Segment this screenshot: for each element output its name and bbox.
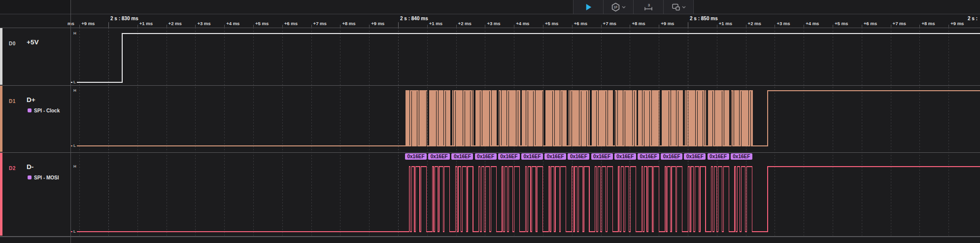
d1-waveform[interactable] [70,86,980,152]
logic-analyzer-window: 1F 3 2 s : 830 ms+1 ms+2 ms+3 ms+4 [0,0,980,243]
ruler-minor-label: +2 ms [458,21,472,26]
ruler-minor-label: +1 ms [429,21,442,26]
low-level-marker: L [72,229,77,234]
ruler-minor-label: +6 ms [864,21,877,26]
ruler-major-tick [688,22,688,28]
analyzer-swatch-icon [28,175,32,179]
play-icon [584,3,593,11]
top-bar-left-corner [0,0,70,14]
ruler-minor-label: +5 ms [835,21,848,26]
ruler-major-tick [398,22,399,28]
spi-decode-annotation[interactable]: 0x16EF [544,153,566,160]
analyzer-label[interactable]: SPI - MOSI [34,175,59,180]
high-level-marker: H [72,88,77,93]
measure-icon: 3 [643,2,653,12]
channel-id-d2: D2 [9,166,16,171]
ruler-minor-label: +3 ms [777,21,790,26]
ruler-major-label: 2 s : 830 ms [110,16,138,21]
plot-left-edge [70,0,71,243]
high-level-marker: H [72,164,77,169]
d0-trace [70,34,980,82]
ruler-right-partial-label: 2 s : [968,16,978,21]
ruler-minor-label: +7 ms [893,21,906,26]
ruler-minor-label: +7 ms [603,21,616,26]
spi-decode-annotation[interactable]: 0x16EF [568,153,589,160]
channel-name-d0[interactable]: +5V [27,38,38,46]
high-level-marker: H [72,31,77,35]
ruler-minor-label: +6 ms [574,21,587,26]
ruler-minor-label: +3 ms [197,21,210,26]
ruler-minor-label: +5 ms [545,21,558,26]
channel-name-d2[interactable]: D- [27,163,34,171]
ruler-minor-label: +9 ms [661,21,674,26]
spi-decode-annotation[interactable]: 0x16EF [684,153,706,160]
spi-decode-annotation[interactable]: 0x16EF [661,153,682,160]
ruler-minor-label: +8 ms [632,21,645,26]
ruler-minor-label: +9 ms [950,21,964,26]
spi-decode-annotation[interactable]: 0x16EF [428,153,450,160]
spi-decode-annotation[interactable]: 0x16EF [731,153,752,160]
ruler-minor-label: +7 ms [313,21,327,26]
low-level-marker: L [72,80,77,84]
analyzer-label[interactable]: SPI - Clock [34,108,60,113]
top-bar [0,0,980,14]
ruler-minor-label: +9 ms [81,21,95,26]
spi-decode-annotation[interactable]: 0x16EF [614,153,636,160]
measurement-button[interactable]: 3 [634,0,663,14]
ruler-minor-label: +6 ms [284,21,298,26]
spi-decode-annotation[interactable]: 0x16EF [638,153,659,160]
capture-toolbar: 1F 3 [573,0,694,14]
chevron-down-icon [622,6,626,8]
analyzer-swatch-icon [28,108,32,112]
ruler-minor-label: +3 ms [487,21,500,26]
spi-decode-annotation[interactable]: 0x16EF [475,153,497,160]
time-ruler[interactable]: 2 s : 830 ms+1 ms+2 ms+3 ms+4 ms+5 ms+6 … [0,14,980,28]
spi-decode-annotation[interactable]: 0x16EF [405,153,427,160]
d2-trace [70,167,980,232]
annotations-button[interactable] [664,0,693,14]
ruler-minor-label: +5 ms [255,21,269,26]
d0-waveform[interactable] [70,28,980,85]
svg-text:1F: 1F [613,5,617,9]
annotation-flag-icon [672,3,680,11]
ruler-minor-label: +4 ms [516,21,529,26]
ruler-major-label: 2 s : 840 ms [400,16,428,21]
svg-text:3: 3 [648,3,650,7]
spi-decode-annotation[interactable]: 0x16EF [708,153,729,160]
channel-color-strip-d1 [0,86,2,152]
ruler-minor-label: +2 ms [748,21,761,26]
ruler-minor-label: +8 ms [342,21,355,26]
toolbar-divider [693,0,694,14]
ruler-minor-label: +4 ms [806,21,819,26]
chevron-down-icon [682,6,686,8]
channel-color-strip-d2 [0,153,2,236]
ruler-minor-label: +9 ms [371,21,384,26]
ruler-minor-label: +2 ms [169,21,182,26]
low-level-marker: L [72,143,77,148]
ruler-minor-label: +8 ms [921,21,935,26]
next-channel-stub [0,237,980,243]
spi-decode-annotation[interactable]: 0x16EF [521,153,543,160]
spi-decode-annotation[interactable]: 0x16EF [591,153,613,160]
channel-id-d0: D0 [9,41,16,46]
d2-waveform[interactable] [70,153,980,236]
channel-name-d1[interactable]: D+ [27,96,35,104]
channel-id-d1: D1 [9,99,16,104]
ruler-minor-label: +4 ms [226,21,239,26]
display-radix-button[interactable]: 1F [604,0,633,14]
ruler-major-label: 2 s : 850 ms [690,16,718,21]
play-button[interactable] [574,0,603,14]
spi-decode-annotation[interactable]: 0x16EF [498,153,520,160]
hex-display-icon: 1F [611,2,620,12]
spi-decode-annotation[interactable]: 0x16EF [451,153,473,160]
ruler-minor-label: +1 ms [139,21,153,26]
ruler-major-tick [108,22,109,28]
ruler-minor-label: +1 ms [719,21,732,26]
d1-trace [70,91,980,146]
channel-color-strip-d0 [0,28,2,85]
